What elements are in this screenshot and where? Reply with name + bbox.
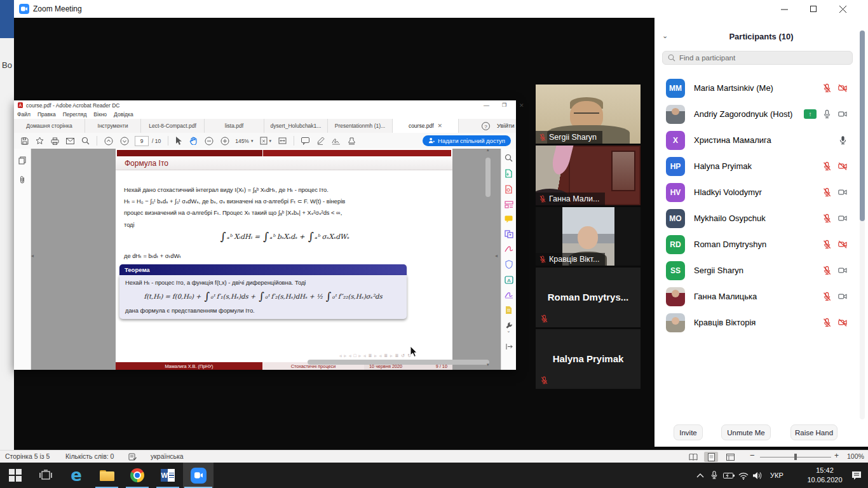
zoom-out-icon[interactable] xyxy=(205,137,214,146)
participant-row[interactable]: HV Hladkyi Volodymyr xyxy=(654,179,868,205)
page-up-icon[interactable] xyxy=(104,137,113,146)
menu-window[interactable]: Вікно xyxy=(93,111,107,118)
video-tile-roman[interactable]: Roman Dmytrys... xyxy=(536,268,641,327)
taskbar-chrome[interactable] xyxy=(122,463,153,488)
print-layout-icon[interactable] xyxy=(704,452,718,462)
tab-document[interactable]: dysert_Holubchak1... xyxy=(264,119,328,133)
invite-button[interactable]: Invite xyxy=(674,424,703,440)
fit-page-icon[interactable] xyxy=(260,137,268,145)
print-icon[interactable] xyxy=(51,137,59,145)
expand-tools-panel-icon[interactable]: ◂ xyxy=(495,253,498,259)
proofing-icon[interactable] xyxy=(128,453,137,461)
certificates-icon[interactable] xyxy=(505,291,513,299)
web-layout-icon[interactable] xyxy=(723,452,737,462)
taskbar-file-explorer[interactable] xyxy=(92,463,122,488)
menu-file[interactable]: Файл xyxy=(17,111,31,118)
participant-row[interactable]: Ганна Малицька xyxy=(654,283,868,309)
search-participant-field[interactable]: Find a participant xyxy=(662,51,853,65)
tray-time[interactable]: 15:42 xyxy=(803,466,847,474)
participant-row[interactable]: HP Halyna Pryimak xyxy=(654,153,868,179)
comment-icon[interactable] xyxy=(301,137,309,145)
edit-pdf-icon[interactable] xyxy=(505,201,513,208)
menu-edit[interactable]: Правка xyxy=(37,111,56,118)
fill-sign-icon[interactable] xyxy=(505,245,513,253)
fit-width-icon[interactable] xyxy=(278,137,287,145)
taskbar-edge[interactable]: e xyxy=(61,463,92,488)
horizontal-scrollbar[interactable] xyxy=(308,360,489,365)
combine-files-icon[interactable] xyxy=(505,230,513,238)
scroll-down-icon[interactable]: ▾ xyxy=(487,362,489,367)
video-tile-kravtsiv[interactable]: Кравців Вікт... xyxy=(536,207,641,266)
collapse-panel-icon[interactable] xyxy=(505,343,513,350)
create-pdf-icon[interactable] xyxy=(505,185,513,194)
read-mode-icon[interactable] xyxy=(686,452,700,462)
maximize-button[interactable] xyxy=(804,3,823,15)
zoom-out-button[interactable]: − xyxy=(750,451,755,460)
participant-row[interactable]: MO Mykhailo Osypchuk xyxy=(654,205,868,231)
tray-language[interactable]: УКР xyxy=(770,471,783,479)
mail-icon[interactable] xyxy=(66,138,74,144)
menu-view[interactable]: Перегляд xyxy=(63,111,87,118)
minimize-button[interactable] xyxy=(775,3,794,15)
task-view-button[interactable] xyxy=(31,463,61,488)
scroll-up-icon[interactable]: ▴ xyxy=(487,147,489,152)
battery-icon[interactable] xyxy=(723,472,735,479)
vertical-scrollbar[interactable] xyxy=(485,158,491,197)
close-button[interactable] xyxy=(833,3,852,15)
select-cursor-icon[interactable] xyxy=(175,137,182,145)
participant-row[interactable]: Кравців Вікторія xyxy=(654,309,868,336)
unmute-me-button[interactable]: Unmute Me xyxy=(721,424,771,440)
wifi-icon[interactable] xyxy=(738,472,749,480)
search-icon[interactable] xyxy=(81,137,90,145)
sign-in-button[interactable]: Увійти xyxy=(497,122,515,129)
tab-close-icon[interactable]: ✕ xyxy=(438,123,443,129)
zoom-percent[interactable]: 100% xyxy=(847,452,864,460)
zoom-level-select[interactable]: 145% xyxy=(235,138,249,144)
video-tile-hanna[interactable]: Ганна Мали... xyxy=(536,146,641,205)
word-language[interactable]: українська xyxy=(151,452,184,460)
tab-home[interactable]: Домашня сторінка xyxy=(14,119,85,133)
save-icon[interactable] xyxy=(21,137,29,145)
export-pdf-icon[interactable] xyxy=(505,169,513,178)
action-center-icon[interactable] xyxy=(851,471,862,480)
page-down-icon[interactable] xyxy=(120,137,129,146)
acrobat-close-button[interactable]: ✕ xyxy=(519,102,524,109)
participant-row[interactable]: SS Sergii Sharyn xyxy=(654,257,868,283)
page-thumbnails-icon[interactable] xyxy=(18,156,26,165)
word-page-indicator[interactable]: Сторінка 5 із 5 xyxy=(5,452,50,460)
star-icon[interactable] xyxy=(36,137,44,145)
word-word-count[interactable]: Кількість слів: 0 xyxy=(65,452,114,460)
tab-document-active[interactable]: course.pdf✕ xyxy=(393,119,459,133)
more-tools-icon[interactable]: ⌄ xyxy=(505,322,513,332)
participant-row[interactable]: X Христина Мамалига xyxy=(654,127,868,153)
tray-mic-icon[interactable] xyxy=(710,470,719,480)
start-button[interactable] xyxy=(0,463,31,488)
video-tile-sergii[interactable]: Sergii Sharyn xyxy=(536,85,641,144)
protect-icon[interactable] xyxy=(505,260,513,269)
tab-document[interactable]: lista.pdf xyxy=(205,119,264,133)
tray-expand-icon[interactable] xyxy=(696,473,704,478)
page-number-input[interactable]: 9 xyxy=(135,136,149,146)
tab-document[interactable]: Lect-8-Compact.pdf xyxy=(141,119,205,133)
zoom-in-icon[interactable] xyxy=(220,137,229,146)
pencil-icon[interactable] xyxy=(316,137,325,145)
taskbar-zoom-active[interactable] xyxy=(183,463,214,488)
acrobat-minimize-button[interactable]: — xyxy=(484,102,489,109)
organize-pages-icon[interactable] xyxy=(505,306,513,315)
raise-hand-button[interactable]: Raise Hand xyxy=(790,424,837,440)
acrobat-export-icon[interactable]: A xyxy=(505,276,513,284)
participant-row[interactable]: MM Maria Martsinkiv (Me) xyxy=(654,75,868,101)
participant-row[interactable]: RD Roman Dmytryshyn xyxy=(654,231,868,257)
stamp-icon[interactable] xyxy=(348,137,356,145)
attachments-icon[interactable] xyxy=(18,175,26,184)
participant-row[interactable]: Andriy Zagorodnyuk (Host) ↑ xyxy=(654,101,868,127)
panel-scrollbar-thumb[interactable] xyxy=(860,30,865,221)
help-icon[interactable]: ? xyxy=(482,122,490,130)
sign-icon[interactable] xyxy=(332,137,341,145)
zoom-slider-handle[interactable] xyxy=(794,454,797,460)
tray-date[interactable]: 10.06.2020 xyxy=(803,476,847,484)
comment-icon[interactable] xyxy=(505,215,513,223)
collapse-left-panel-icon[interactable]: ◂ xyxy=(31,253,34,259)
taskbar-word[interactable]: W xyxy=(153,463,183,488)
tab-document[interactable]: Presentationmh (1)... xyxy=(328,119,393,133)
